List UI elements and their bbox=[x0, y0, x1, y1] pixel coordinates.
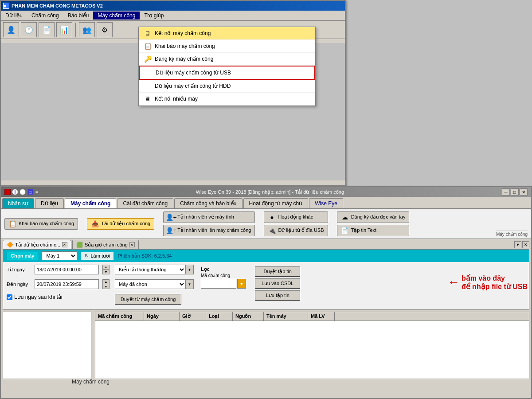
ribbon: 📋 Khai báo máy chấm công 📥 Tải dữ liệu c… bbox=[1, 209, 531, 239]
kieu-tai-select-area: Kiểu tải thông thường ▼ bbox=[115, 265, 194, 274]
dropdown-item-label-5: Kết nối nhiều máy bbox=[155, 96, 198, 102]
hoat-dong-icon: ● bbox=[268, 213, 276, 221]
den-ngay-input[interactable] bbox=[35, 279, 99, 289]
tab-cai-dat[interactable]: Cài đặt chấm công bbox=[117, 198, 173, 208]
luu-tap-tin-btn[interactable]: Lưu tập tin bbox=[255, 290, 300, 301]
tab-nhan-su[interactable]: Nhân sự bbox=[2, 198, 34, 208]
may-da-chon-select[interactable]: Máy đã chọn bbox=[115, 279, 186, 289]
dropdown-item-usb[interactable]: Dữ liệu máy chấm công từ USB bbox=[139, 66, 315, 80]
red-icon bbox=[4, 189, 11, 195]
th-ngay: Ngày bbox=[144, 312, 180, 321]
ma-cham-cong-label: Mã chấm công bbox=[201, 273, 246, 278]
loc-label: Lọc bbox=[201, 266, 246, 272]
unpin-btn[interactable]: ✕ bbox=[522, 241, 529, 248]
tu-ngay-row: Từ ngày ▲ ▼ bbox=[7, 265, 110, 274]
sub-tab-sua-gio[interactable]: 🟩 Sửa giờ chấm công ✕ bbox=[72, 240, 139, 249]
duyet-btn[interactable]: Duyệt từ máy chấm công bbox=[115, 294, 181, 305]
toolbar-btn-doc[interactable]: 📄 bbox=[39, 22, 55, 37]
luu-vao-csdl-btn[interactable]: Lưu vào CSDL bbox=[255, 278, 300, 289]
ma-cham-cong-input[interactable] bbox=[201, 279, 236, 289]
loc-dropdown-btn[interactable]: ▼ bbox=[237, 279, 246, 289]
ribbon-tap-tin-label: Tập tin Text bbox=[351, 227, 377, 233]
tu-ngay-input[interactable] bbox=[35, 265, 99, 274]
menu-du-lieu[interactable]: Dữ liệu bbox=[1, 12, 27, 20]
right-table: Mã chấm công Ngày Giờ Loại Nguồn Tên máy… bbox=[95, 312, 529, 379]
den-ngay-row: Đến ngày ▲ ▼ bbox=[7, 279, 110, 289]
spin-up-2[interactable]: ▲ bbox=[103, 280, 109, 284]
toolbar-btn-person[interactable]: 👤 bbox=[3, 22, 19, 37]
pin-btn[interactable]: ▼ bbox=[514, 241, 521, 248]
lam-tuoi-btn[interactable]: ↻ Làm tươi bbox=[81, 252, 114, 260]
may-da-chon-row: Máy đã chọn ▼ bbox=[115, 279, 194, 289]
ribbon-du-lieu-usb-label: Dữ liệu từ ổ đĩa USB bbox=[278, 227, 324, 233]
sub-tab-tai-du-lieu[interactable]: 🔶 Tải dữ liệu chấm c... ✕ bbox=[3, 240, 71, 249]
tab-may-cham-cong[interactable]: Máy chấm công bbox=[65, 198, 116, 208]
menu-cham-cong[interactable]: Chấm công bbox=[27, 12, 63, 20]
sub-tab-icon-1: 🔶 bbox=[7, 242, 13, 248]
toolbar-btn-person2[interactable]: 👥 bbox=[79, 22, 95, 37]
tab-wise-eye[interactable]: Wise Eye bbox=[309, 198, 343, 208]
toolbar-btn-settings[interactable]: ⚙ bbox=[97, 22, 113, 37]
dropdown-item-label-0: Kết nối máy chấm công bbox=[155, 30, 211, 36]
spin-down-2[interactable]: ▼ bbox=[103, 284, 109, 289]
menu-tro-giup[interactable]: Trợ giúp bbox=[140, 12, 168, 20]
spin-down-1[interactable]: ▼ bbox=[103, 270, 109, 274]
luu-ngay-checkbox[interactable] bbox=[7, 294, 12, 300]
toolbar-btn-table[interactable]: 📊 bbox=[56, 22, 72, 37]
khai-bao-icon: 📋 bbox=[8, 220, 16, 228]
duyet-row: Duyệt từ máy chấm công bbox=[115, 294, 194, 305]
dropdown-item-dang-ky[interactable]: 🔑 Đăng ký máy chấm công bbox=[139, 53, 315, 66]
tab-cham-cong-label: Chấm công và báo biểu bbox=[180, 200, 236, 207]
th-ma-lv: Mã LV bbox=[308, 312, 335, 321]
ribbon-tai-nv-len-btn[interactable]: 👤↑ Tải nhân viên lên máy chấm công bbox=[163, 225, 255, 236]
den-ngay-spinner[interactable]: ▲ ▼ bbox=[102, 279, 110, 289]
tab-cai-dat-label: Cài đặt chấm công bbox=[123, 200, 168, 207]
app-icon: ■ bbox=[3, 3, 9, 9]
dropdown-item-hdd[interactable]: Dữ liệu máy chấm công từ HDD bbox=[139, 80, 315, 93]
ribbon-hoat-dong-btn[interactable]: ● Hoạt động khác bbox=[264, 211, 328, 223]
sub-tab-2-close[interactable]: ✕ bbox=[129, 242, 135, 247]
ribbon-tai-nv-ve-btn[interactable]: 👤+ Tải nhân viên về máy tính bbox=[163, 211, 255, 223]
ribbon-tai-du-lieu-btn[interactable]: 📥 Tải dữ liệu chấm công bbox=[87, 218, 154, 230]
ribbon-dang-ky-btn[interactable]: ☁ Đăng ký đầu đọc vân tay bbox=[337, 211, 410, 223]
dropdown-item-khai-bao[interactable]: 📋 Khai báo máy chấm công bbox=[139, 40, 315, 53]
ribbon-tap-tin-btn[interactable]: 📄 Tập tin Text bbox=[337, 225, 410, 236]
square-icon: □ bbox=[27, 189, 33, 195]
maximize-btn[interactable]: □ bbox=[511, 188, 519, 196]
tab-bar: Nhân sự Dữ liệu Máy chấm công Cài đặt ch… bbox=[1, 197, 531, 209]
tu-ngay-spinner[interactable]: ▲ ▼ bbox=[102, 265, 110, 274]
chon-may-select[interactable]: Máy 1 bbox=[42, 251, 77, 260]
toolbar-separator bbox=[75, 23, 76, 37]
multi-monitor-icon: 🖥 bbox=[144, 95, 151, 102]
tab-cham-cong[interactable]: Chấm công và báo biểu bbox=[174, 198, 242, 208]
tab-du-lieu[interactable]: Dữ liệu bbox=[35, 198, 64, 208]
chon-may-label: Chọn máy bbox=[7, 252, 38, 260]
annotation-area: ← bấm vào đây để nhập file từ USB bbox=[447, 274, 528, 291]
kieu-tai-select[interactable]: Kiểu tải thông thường bbox=[115, 265, 186, 274]
tu-ngay-label: Từ ngày bbox=[7, 267, 31, 273]
kieu-tai-arrow[interactable]: ▼ bbox=[186, 265, 194, 274]
e-icon: e bbox=[20, 189, 26, 195]
close-btn[interactable]: ✕ bbox=[520, 188, 528, 196]
dropdown-item-ket-noi[interactable]: 🖥 Kết nối máy chấm công bbox=[139, 27, 315, 40]
titlebar-icons: i e □ = bbox=[4, 189, 38, 195]
sub-tab-1-close[interactable]: ✕ bbox=[62, 242, 67, 247]
may-da-chon-arrow[interactable]: ▼ bbox=[186, 279, 194, 289]
dropdown-item-nhieu-may[interactable]: 🖥 Kết nối nhiều máy bbox=[139, 93, 315, 106]
dropdown-menu: 🖥 Kết nối máy chấm công 📋 Khai báo máy c… bbox=[138, 27, 316, 106]
loc-input-row: ▼ bbox=[201, 279, 246, 289]
menu-bao-bieu[interactable]: Báo biểu bbox=[63, 12, 94, 20]
tab-hoat-dong[interactable]: Hoạt động từ máy chủ bbox=[243, 198, 309, 208]
minimize-btn[interactable]: ─ bbox=[502, 188, 510, 196]
ribbon-du-lieu-usb-btn[interactable]: 🔌 Dữ liệu từ ổ đĩa USB bbox=[264, 225, 328, 236]
menu-may-cham-cong[interactable]: Máy chấm công bbox=[93, 12, 140, 20]
toolbar-btn-clock[interactable]: 🕐 bbox=[21, 22, 37, 37]
duyet-tap-tin-btn[interactable]: Duyệt tập tin bbox=[255, 266, 300, 277]
dropdown-item-label-1: Khai báo máy chấm công bbox=[155, 43, 215, 49]
ribbon-khai-bao-btn[interactable]: 📋 Khai báo máy chấm công bbox=[4, 218, 78, 230]
titlebar-left: i e □ = bbox=[4, 189, 38, 195]
lam-tuoi-label: Làm tươi bbox=[90, 253, 110, 259]
tab-du-lieu-label: Dữ liệu bbox=[41, 200, 58, 207]
spin-up-1[interactable]: ▲ bbox=[103, 265, 109, 270]
dropdown-item-label-4: Dữ liệu máy chấm công từ HDD bbox=[155, 83, 231, 89]
